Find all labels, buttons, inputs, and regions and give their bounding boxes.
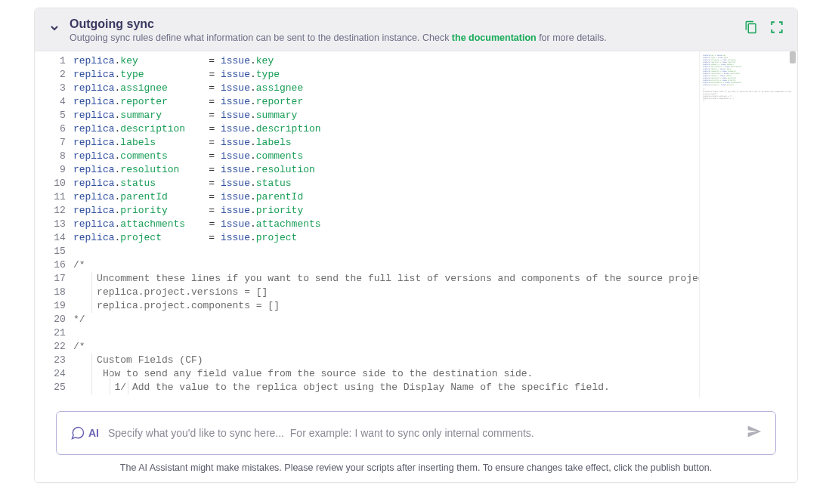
copy-icon[interactable] xyxy=(744,20,758,34)
send-icon[interactable] xyxy=(747,424,762,442)
line-gutter: 1234567891011121314151617181920212223242… xyxy=(35,51,73,397)
collapse-toggle[interactable] xyxy=(48,22,60,34)
minimap[interactable]: replica.key = issue.keyreplica.type = is… xyxy=(699,51,797,397)
fullscreen-icon[interactable] xyxy=(770,20,784,34)
outgoing-sync-panel: Outgoing sync Outgoing sync rules define… xyxy=(34,8,798,483)
ai-input[interactable] xyxy=(108,427,738,439)
ai-input-box: AI xyxy=(56,411,776,455)
code-editor[interactable]: 1234567891011121314151617181920212223242… xyxy=(35,51,797,397)
panel-header: Outgoing sync Outgoing sync rules define… xyxy=(35,8,797,51)
code-content[interactable]: replica.key = issue.keyreplica.type = is… xyxy=(73,51,699,397)
ai-disclaimer: The AI Assistant might make mistakes. Pl… xyxy=(56,462,776,473)
documentation-link[interactable]: the documentation xyxy=(452,32,537,43)
panel-subtitle: Outgoing sync rules define what informat… xyxy=(70,32,735,43)
ai-chat-icon: AI xyxy=(70,425,99,441)
ai-assistant-area: AI The AI Assistant might make mistakes.… xyxy=(35,397,797,482)
panel-title: Outgoing sync xyxy=(70,17,735,31)
